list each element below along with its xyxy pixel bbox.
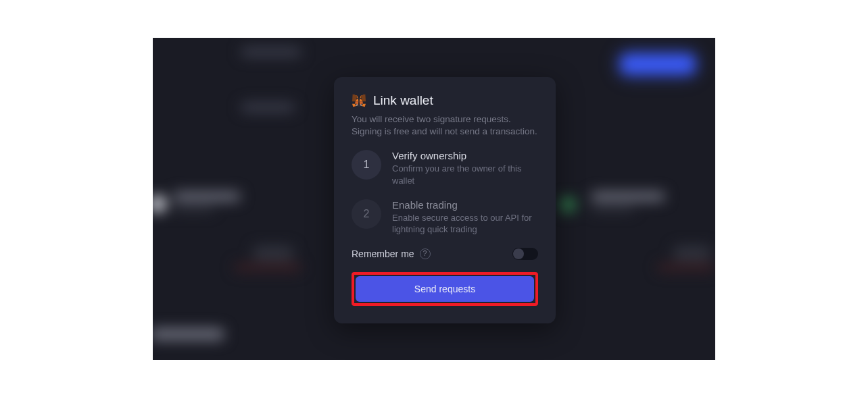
step-body: Verify ownership Confirm you are the own… [392,150,538,186]
remember-me-label-group: Remember me ? [352,248,431,259]
step-description: Confirm you are the owner of this wallet [392,163,538,186]
step-number-badge: 2 [352,199,381,229]
step-enable-trading: 2 Enable trading Enable secure access to… [352,199,538,236]
toggle-knob [513,248,524,259]
modal-subtitle: You will receive two signature requests.… [352,113,538,138]
link-wallet-modal: Link wallet You will receive two signatu… [334,77,556,323]
remember-me-label: Remember me [352,248,414,259]
modal-title: Link wallet [373,93,433,108]
step-body: Enable trading Enable secure access to o… [392,199,538,236]
send-requests-button[interactable]: Send requests [356,276,534,302]
remember-me-row: Remember me ? [352,248,538,260]
svg-marker-3 [352,104,356,107]
step-title: Verify ownership [392,150,538,161]
app-viewport: Link wallet You will receive two signatu… [153,38,715,360]
step-number-badge: 1 [352,150,381,180]
modal-header: Link wallet [352,93,538,108]
help-icon[interactable]: ? [420,248,431,259]
svg-marker-2 [362,104,366,107]
remember-me-toggle[interactable] [512,248,538,260]
svg-marker-8 [358,105,360,107]
step-description: Enable secure access to our API for ligh… [392,212,538,236]
step-verify-ownership: 1 Verify ownership Confirm you are the o… [352,150,538,186]
metamask-fox-icon [352,94,366,107]
step-title: Enable trading [392,199,538,211]
tutorial-highlight: Send requests [352,272,538,306]
